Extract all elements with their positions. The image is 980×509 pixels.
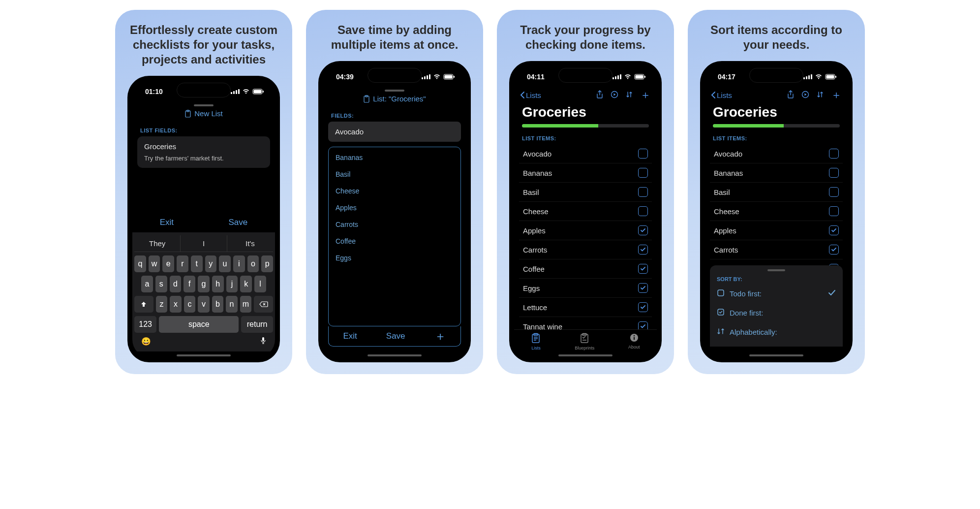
list-fields-card[interactable]: Groceries Try the farmers' market first.	[137, 136, 270, 168]
key-j[interactable]: j	[226, 276, 238, 292]
keyboard[interactable]: They I It's qwertyuiop asdfghjkl zxcvbnm…	[132, 232, 275, 351]
key-v[interactable]: v	[198, 296, 209, 313]
share-icon[interactable]	[596, 90, 604, 100]
key-f[interactable]: f	[184, 276, 195, 292]
home-indicator[interactable]	[749, 354, 803, 356]
sort-sheet-handle[interactable]	[767, 269, 785, 271]
checkbox[interactable]	[638, 283, 648, 293]
tab-lists[interactable]: Lists	[531, 333, 541, 350]
list-item[interactable]: Coffee	[710, 259, 843, 265]
exit-button[interactable]: Exit	[160, 218, 174, 227]
list-item[interactable]: Basil	[519, 183, 652, 202]
checkbox[interactable]	[829, 225, 839, 235]
play-icon[interactable]	[801, 91, 809, 100]
checkbox[interactable]	[638, 225, 648, 235]
play-icon[interactable]	[611, 91, 618, 100]
checkbox[interactable]	[638, 302, 648, 312]
key-m[interactable]: m	[240, 296, 251, 313]
add-icon[interactable]: ＋	[831, 90, 842, 100]
mic-key[interactable]	[260, 337, 266, 347]
checkbox[interactable]	[638, 206, 648, 216]
list-item[interactable]: Basil	[710, 183, 843, 202]
multi-item[interactable]: Basil	[329, 166, 460, 183]
checkbox[interactable]	[829, 168, 839, 178]
key-x[interactable]: x	[170, 296, 181, 313]
share-icon[interactable]	[787, 90, 795, 100]
key-e[interactable]: e	[162, 255, 174, 272]
key-a[interactable]: a	[141, 276, 153, 292]
back-button[interactable]: Lists	[711, 91, 732, 99]
checkbox[interactable]	[638, 168, 648, 178]
tab-blueprints[interactable]: Blueprints	[575, 333, 594, 350]
key-i[interactable]: i	[233, 255, 245, 272]
multi-item[interactable]: Bananas	[329, 149, 460, 166]
sort-sheet[interactable]: SORT BY: Todo first:Done first:Alphabeti…	[710, 265, 843, 347]
list-item[interactable]: Apples	[519, 221, 652, 240]
key-p[interactable]: p	[261, 255, 273, 272]
sort-option[interactable]: Done first:	[710, 303, 843, 322]
key-c[interactable]: c	[184, 296, 195, 313]
return-key[interactable]: return	[241, 316, 273, 333]
key-g[interactable]: g	[198, 276, 210, 292]
list-item[interactable]: Avocado	[710, 144, 843, 163]
suggestion-3[interactable]: It's	[227, 235, 273, 252]
checkbox[interactable]	[829, 149, 839, 159]
space-key[interactable]: space	[159, 316, 239, 333]
list-item[interactable]: Bananas	[519, 163, 652, 183]
list-item[interactable]: Lettuce	[519, 298, 652, 317]
list-item[interactable]: Apples	[710, 221, 843, 240]
suggestion-2[interactable]: I	[181, 235, 227, 252]
sort-option[interactable]: Alphabetically:	[710, 322, 843, 342]
list-item[interactable]: Cheese	[519, 202, 652, 221]
key-s[interactable]: s	[155, 276, 167, 292]
key-d[interactable]: d	[170, 276, 182, 292]
checkbox[interactable]	[638, 264, 648, 274]
add-button[interactable]: ＋	[434, 330, 446, 342]
key-o[interactable]: o	[247, 255, 259, 272]
multi-item[interactable]: Coffee	[329, 233, 460, 250]
123-key[interactable]: 123	[134, 316, 156, 333]
multi-item[interactable]: Cheese	[329, 183, 460, 199]
checkbox[interactable]	[638, 187, 648, 197]
save-button[interactable]: Save	[229, 218, 248, 227]
checkbox[interactable]	[829, 206, 839, 216]
sheet-handle[interactable]	[194, 104, 214, 106]
checkbox[interactable]	[829, 245, 839, 254]
key-t[interactable]: t	[191, 255, 203, 272]
list-item[interactable]: Bananas	[710, 163, 843, 183]
key-b[interactable]: b	[212, 296, 223, 313]
key-n[interactable]: n	[226, 296, 237, 313]
key-k[interactable]: k	[240, 276, 252, 292]
tab-about[interactable]: About	[628, 333, 640, 350]
home-indicator[interactable]	[368, 354, 422, 356]
key-u[interactable]: u	[219, 255, 231, 272]
back-button[interactable]: Lists	[520, 91, 541, 99]
items-list[interactable]: AvocadoBananasBasilCheeseApplesCarrotsCo…	[514, 144, 657, 329]
key-r[interactable]: r	[177, 255, 188, 272]
sort-icon[interactable]	[816, 91, 824, 100]
sheet-handle[interactable]	[385, 90, 404, 92]
key-l[interactable]: l	[254, 276, 266, 292]
checkbox[interactable]	[829, 187, 839, 197]
backspace-key[interactable]	[254, 296, 273, 313]
home-indicator[interactable]	[558, 354, 612, 356]
list-item[interactable]: Coffee	[519, 259, 652, 279]
list-item[interactable]: Tannat wine	[519, 317, 652, 329]
key-w[interactable]: w	[149, 255, 160, 272]
suggestion-1[interactable]: They	[134, 235, 181, 252]
list-item[interactable]: Avocado	[519, 144, 652, 163]
key-h[interactable]: h	[212, 276, 224, 292]
list-item[interactable]: Cheese	[710, 202, 843, 221]
items-list[interactable]: AvocadoBananasBasilCheeseApplesCarrotsCo…	[705, 144, 848, 265]
key-q[interactable]: q	[134, 255, 146, 272]
emoji-key[interactable]: 😀	[141, 337, 151, 347]
shift-key[interactable]	[134, 296, 153, 313]
keyboard-suggestions[interactable]: They I It's	[134, 235, 273, 252]
save-button[interactable]: Save	[386, 331, 405, 341]
checkbox[interactable]	[638, 321, 648, 329]
key-z[interactable]: z	[156, 296, 167, 313]
multi-add-box[interactable]: BananasBasilCheeseApplesCarrotsCoffeeEgg…	[328, 147, 461, 326]
exit-button[interactable]: Exit	[343, 331, 357, 341]
multi-item[interactable]: Carrots	[329, 216, 460, 233]
item-input[interactable]: Avocado	[328, 122, 461, 142]
